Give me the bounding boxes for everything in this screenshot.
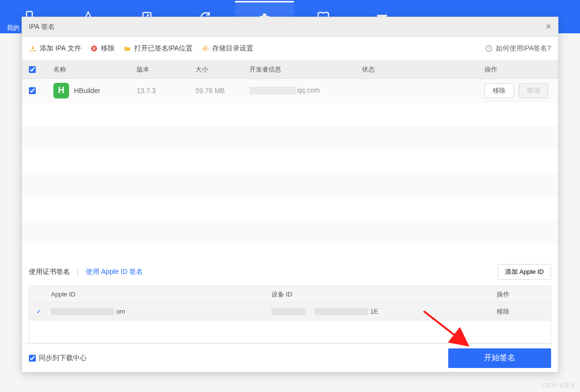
open-signed-label: 打开已签名IPA位置 [134, 44, 193, 53]
remove-icon [90, 45, 98, 52]
modal-title-text: IPA 签名 [29, 23, 55, 31]
col-dev: 开发者信息 [249, 65, 362, 74]
tab-appleid-sign[interactable]: 使用 Apple ID 签名 [86, 268, 143, 276]
row-remove-button[interactable]: 移除 [484, 83, 514, 98]
col-device-id: 设备 ID [271, 290, 497, 299]
table-row[interactable]: H HBuilder 13.7.3 59.76 MB qq.com 移除 取消 [22, 79, 558, 102]
remove-label: 移除 [101, 44, 115, 53]
sign-tabs: 使用证书签名 | 使用 Apple ID 签名 添加 Apple ID [29, 264, 551, 280]
sync-checkbox-label[interactable]: 同步到下载中心 [29, 354, 87, 363]
app-version: 13.7.3 [137, 87, 195, 95]
toolbar: 添加 IPA 文件 移除 打开已签名IPA位置 存储目录设置 ? 如何使用IPA… [22, 37, 558, 60]
app-dev: qq.com [249, 86, 362, 95]
folder-icon [123, 45, 131, 52]
select-all-checkbox[interactable] [29, 66, 36, 73]
tab-cert-sign[interactable]: 使用证书签名 [29, 268, 70, 276]
watermark: CSDN @夏天 [542, 382, 575, 389]
col-version: 版本 [137, 65, 195, 74]
sync-checkbox[interactable] [29, 355, 36, 362]
app-size: 59.76 MB [195, 87, 249, 95]
add-ipa-button[interactable]: 添加 IPA 文件 [29, 44, 81, 53]
empty-rows [22, 102, 558, 258]
close-icon[interactable]: × [546, 22, 551, 32]
svg-rect-6 [263, 13, 266, 16]
add-ipa-label: 添加 IPA 文件 [40, 44, 81, 53]
apple-id-table: Apple ID 设备 ID 操作 ✓ om 1E 移除 [29, 286, 551, 343]
add-apple-id-button[interactable]: 添加 Apple ID [498, 264, 551, 280]
col-size: 大小 [195, 65, 249, 74]
remove-button[interactable]: 移除 [90, 44, 115, 53]
apple-id-value: om [51, 308, 271, 316]
table-body: H HBuilder 13.7.3 59.76 MB qq.com 移除 取消 [22, 79, 558, 102]
col-id-action: 操作 [497, 290, 544, 299]
sync-label-text: 同步到下载中心 [39, 354, 87, 363]
row-cancel-button[interactable]: 取消 [519, 83, 548, 98]
storage-button[interactable]: 存储目录设置 [201, 44, 253, 53]
footer: 同步到下载中心 开始签名 [22, 343, 558, 372]
row-checkbox[interactable] [29, 87, 36, 94]
col-name: 名称 [53, 65, 137, 74]
col-apple-id: Apple ID [51, 291, 271, 298]
gear-icon [201, 45, 209, 52]
svg-point-9 [204, 48, 206, 49]
storage-label: 存储目录设置 [212, 44, 253, 53]
apple-id-row[interactable]: ✓ om 1E 移除 [29, 303, 551, 320]
help-link[interactable]: ? 如何使用IPA签名? [485, 44, 551, 53]
apple-id-table-header: Apple ID 设备 ID 操作 [29, 286, 551, 303]
sign-section: 使用证书签名 | 使用 Apple ID 签名 添加 Apple ID Appl… [22, 258, 558, 343]
open-signed-button[interactable]: 打开已签名IPA位置 [123, 44, 193, 53]
start-sign-button[interactable]: 开始签名 [448, 348, 551, 368]
device-id-value: 1E [271, 308, 497, 316]
app-name: HBuilder [74, 87, 100, 95]
col-action: 操作 [484, 65, 551, 74]
apple-id-remove-button[interactable]: 移除 [497, 307, 544, 316]
table-header: 名称 版本 大小 开发者信息 状态 操作 [22, 60, 558, 79]
app-icon: H [53, 83, 69, 98]
svg-text:?: ? [487, 46, 490, 51]
help-icon: ? [485, 45, 493, 52]
col-status: 状态 [362, 65, 484, 74]
row-selected-check-icon: ✓ [36, 308, 51, 315]
help-label: 如何使用IPA签名? [496, 44, 551, 53]
nav-sublabel: 我的 [7, 24, 20, 32]
ipa-sign-modal: IPA 签名 × 添加 IPA 文件 移除 打开已签名IPA位置 存储目录设置 … [22, 17, 558, 372]
modal-titlebar: IPA 签名 × [22, 17, 558, 37]
download-icon [29, 45, 37, 52]
